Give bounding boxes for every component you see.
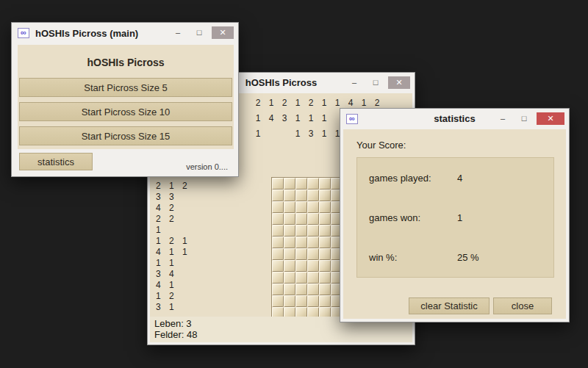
- close-statistics-button[interactable]: close: [493, 297, 552, 314]
- fields-label: Felder: 48: [154, 329, 408, 340]
- row-hint-line: 121: [156, 234, 196, 245]
- column-hint-number: 1: [265, 95, 278, 111]
- grid-tile[interactable]: [319, 213, 331, 225]
- close-button[interactable]: ✕: [537, 112, 564, 125]
- grid-tile[interactable]: [272, 190, 284, 201]
- grid-tile[interactable]: [295, 201, 307, 213]
- column-hint-number: 1: [251, 126, 265, 142]
- grid-tile[interactable]: [284, 213, 295, 225]
- start-size-5-button[interactable]: Start Picross Size 5: [19, 78, 232, 97]
- column-hint-number: 2: [278, 95, 291, 111]
- grid-tile[interactable]: [284, 201, 295, 213]
- minimize-button[interactable]: –: [169, 26, 187, 39]
- grid-tile[interactable]: [319, 225, 331, 237]
- start-size-10-button[interactable]: Start Picross Size 10: [19, 102, 232, 121]
- column-hint-number: 3: [278, 111, 291, 126]
- grid-tile[interactable]: [284, 225, 295, 237]
- grid-tile[interactable]: [295, 178, 307, 190]
- maximize-button[interactable]: □: [190, 26, 208, 39]
- column-hint-number: 1: [251, 111, 265, 126]
- grid-tile[interactable]: [272, 213, 284, 225]
- grid-tile[interactable]: [307, 260, 319, 272]
- column-hint-number: 1: [291, 95, 304, 111]
- stat-row-win-percent: win %: 25 %: [357, 237, 553, 277]
- grid-tile[interactable]: [319, 272, 331, 284]
- grid-tile[interactable]: [272, 272, 284, 284]
- grid-tile[interactable]: [307, 201, 319, 213]
- column-hint-number: 2: [251, 95, 265, 111]
- grid-tile[interactable]: [307, 178, 319, 190]
- grid-tile[interactable]: [295, 272, 307, 284]
- grid-tile[interactable]: [295, 225, 307, 237]
- grid-tile[interactable]: [272, 260, 284, 272]
- stat-row-games-played: games played: 4: [357, 158, 553, 198]
- clear-statistic-button[interactable]: clear Statistic: [409, 297, 490, 314]
- stat-label: games won:: [369, 212, 457, 223]
- column-hint-number: 1: [291, 126, 304, 142]
- close-button[interactable]: ✕: [388, 76, 410, 89]
- grid-tile[interactable]: [272, 295, 284, 307]
- row-hint-line: 212: [156, 179, 196, 190]
- grid-tile[interactable]: [284, 248, 295, 260]
- grid-tile[interactable]: [272, 225, 284, 237]
- desktop: ∞ hOSHIs Picross – □ ✕ 21212114121431111…: [0, 0, 588, 368]
- grid-tile[interactable]: [319, 284, 331, 295]
- grid-tile[interactable]: [307, 237, 319, 248]
- grid-tile[interactable]: [272, 284, 284, 295]
- grid-tile[interactable]: [284, 295, 295, 307]
- grid-tile[interactable]: [295, 284, 307, 295]
- grid-tile[interactable]: [284, 178, 295, 190]
- grid-tile[interactable]: [307, 284, 319, 295]
- grid-tile[interactable]: [319, 248, 331, 260]
- grid-tile[interactable]: [284, 237, 295, 248]
- grid-tile[interactable]: [272, 201, 284, 213]
- grid-tile[interactable]: [307, 225, 319, 237]
- minimize-button[interactable]: –: [494, 112, 512, 125]
- grid-tile[interactable]: [295, 295, 307, 307]
- maximize-button[interactable]: □: [367, 76, 384, 89]
- main-window: ∞ hOSHIs Picross (main) – □ ✕ hOSHIs Pic…: [11, 22, 239, 177]
- column-hint-number: 1: [318, 111, 331, 126]
- row-hint-line: 34: [156, 267, 196, 278]
- row-hint-line: 42: [156, 201, 196, 212]
- grid-tile[interactable]: [295, 213, 307, 225]
- grid-tile[interactable]: [319, 260, 331, 272]
- statistics-button[interactable]: statistics: [19, 153, 93, 170]
- grid-tile[interactable]: [272, 237, 284, 248]
- column-hint-number: 2: [304, 95, 318, 111]
- grid-tile[interactable]: [319, 201, 331, 213]
- grid-tile[interactable]: [307, 190, 319, 201]
- grid-tile[interactable]: [319, 178, 331, 190]
- row-hint-line: 33: [156, 190, 196, 201]
- grid-tile[interactable]: [272, 248, 284, 260]
- close-button[interactable]: ✕: [212, 26, 234, 39]
- grid-tile[interactable]: [319, 237, 331, 248]
- row-hint-number: 1: [182, 247, 196, 258]
- grid-tile[interactable]: [284, 260, 295, 272]
- grid-tile[interactable]: [272, 178, 284, 190]
- grid-tile[interactable]: [284, 284, 295, 295]
- row-hint-number: 1: [169, 302, 182, 313]
- grid-tile[interactable]: [295, 248, 307, 260]
- grid-tile[interactable]: [295, 237, 307, 248]
- row-hint-line: 411: [156, 245, 196, 256]
- grid-tile[interactable]: [307, 248, 319, 260]
- grid-tile[interactable]: [295, 260, 307, 272]
- grid-tile[interactable]: [295, 190, 307, 201]
- start-size-15-button[interactable]: Start Picross Size 15: [19, 126, 232, 145]
- grid-tile[interactable]: [319, 190, 331, 201]
- column-hint-number: 1: [304, 111, 318, 126]
- grid-tile[interactable]: [307, 272, 319, 284]
- stat-value: 4: [457, 173, 462, 184]
- score-table: games played: 4 games won: 1 win %: 25 %: [356, 157, 554, 278]
- minimize-button[interactable]: –: [345, 76, 363, 89]
- row-hint-line: 1: [156, 223, 196, 234]
- maximize-button[interactable]: □: [515, 112, 533, 125]
- grid-tile[interactable]: [307, 295, 319, 307]
- grid-tile[interactable]: [284, 190, 295, 201]
- grid-tile[interactable]: [307, 213, 319, 225]
- grid-tile[interactable]: [319, 295, 331, 307]
- grid-tile[interactable]: [284, 272, 295, 284]
- row-hint-number: 2: [169, 214, 182, 225]
- column-hint-number: 1: [291, 111, 304, 126]
